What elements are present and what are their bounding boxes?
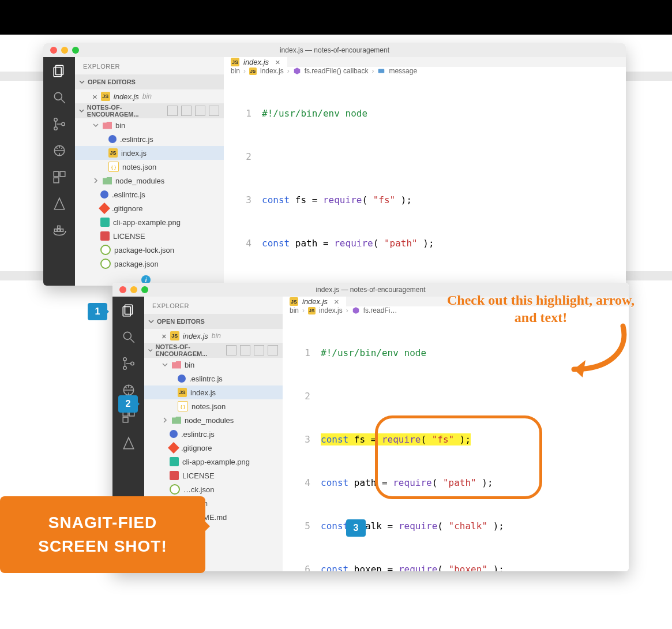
file-notesjson[interactable]: notes.json — [144, 399, 283, 413]
breadcrumb[interactable]: bin› JSindex.js› fs.readFile() callback›… — [224, 67, 626, 75]
search-icon[interactable] — [121, 329, 137, 345]
file-indexjs[interactable]: JSindex.js — [75, 146, 224, 160]
file-eslintrc[interactable]: .eslintrc.js — [144, 372, 283, 385]
editor-area: JS index.js × bin› JSindex.js› fs.readFi… — [224, 57, 626, 286]
svg-point-4 — [54, 127, 57, 130]
refresh-icon[interactable] — [254, 345, 264, 355]
open-editor-item[interactable]: × JS index.js bin — [75, 89, 224, 103]
close-icon[interactable]: × — [275, 57, 280, 67]
file-gitignore[interactable]: .gitignore — [144, 441, 283, 455]
docker-icon[interactable] — [51, 222, 67, 238]
svg-point-20 — [130, 362, 133, 365]
folder-node-modules[interactable]: node_modules — [75, 174, 224, 188]
eslint-icon — [100, 190, 108, 199]
method-icon — [293, 67, 301, 75]
svg-rect-9 — [54, 178, 59, 183]
js-file-icon: JS — [108, 148, 118, 158]
explorer-sidebar: EXPLORER OPEN EDITORS × JS index.js bin … — [75, 57, 224, 286]
file-indexjs[interactable]: JSindex.js — [144, 385, 283, 399]
collapse-icon[interactable] — [209, 106, 219, 116]
folder-bin[interactable]: bin — [144, 358, 283, 372]
explorer-title: EXPLORER — [75, 57, 224, 74]
annotation-highlight-text: Check out this highlight, arrow, and tex… — [447, 291, 635, 326]
svg-rect-11 — [57, 229, 59, 231]
debug-icon[interactable] — [51, 143, 67, 159]
file-pkglock[interactable]: package-lock.json — [75, 243, 224, 257]
file-eslintrc[interactable]: .eslintrc.js — [75, 132, 224, 146]
chevron-down-icon — [78, 107, 85, 114]
file-license[interactable]: LICENSE — [144, 469, 283, 482]
folder-node-modules[interactable]: node_modules — [144, 413, 283, 427]
annotation-snagit-box: Snagit-fied screen shot! — [0, 496, 205, 573]
close-icon[interactable]: × — [92, 92, 97, 102]
git-icon — [168, 442, 179, 454]
chevron-right-icon — [92, 177, 99, 184]
folder-icon — [103, 177, 112, 185]
file-license[interactable]: LICENSE — [75, 229, 224, 243]
js-file-icon: JS — [101, 92, 110, 101]
chevron-down-icon — [148, 347, 153, 354]
svg-point-19 — [123, 366, 126, 369]
project-header[interactable]: NOTES-OF-ENCOURAGEM... — [75, 103, 224, 118]
file-eslintrc-root[interactable]: .eslintrc.js — [144, 427, 283, 441]
npm-icon — [100, 245, 111, 255]
titlebar: index.js — notes-of-encouragement — [43, 43, 626, 57]
file-eslintrc-root[interactable]: .eslintrc.js — [75, 188, 224, 201]
tab-indexjs[interactable]: JS index.js × — [283, 297, 346, 306]
svg-point-17 — [123, 332, 131, 339]
tab-indexjs[interactable]: JS index.js × — [224, 57, 287, 67]
close-icon[interactable]: × — [334, 297, 339, 306]
tab-bar: JS index.js × — [224, 57, 626, 67]
open-editors-header[interactable]: OPEN EDITORS — [75, 74, 224, 89]
close-icon[interactable]: × — [162, 331, 167, 341]
new-file-icon[interactable] — [226, 345, 236, 355]
window-title: index.js — notes-of-encouragement — [43, 46, 626, 54]
new-file-icon[interactable] — [167, 106, 178, 116]
activity-bar — [43, 57, 75, 286]
page-black-header — [0, 0, 672, 35]
new-folder-icon[interactable] — [181, 106, 192, 116]
extensions-icon[interactable] — [51, 169, 67, 185]
svg-point-2 — [54, 92, 62, 100]
file-cliimg[interactable]: cli-app-example.png — [75, 215, 224, 229]
chevron-down-icon — [162, 361, 168, 368]
variable-icon — [377, 67, 385, 75]
image-file-icon — [100, 218, 110, 227]
chevron-right-icon — [162, 417, 168, 424]
explorer-title: EXPLORER — [144, 297, 283, 314]
image-file-icon — [170, 457, 179, 466]
explorer-icon[interactable] — [51, 63, 67, 79]
refresh-icon[interactable] — [195, 106, 205, 116]
folder-bin[interactable]: bin — [75, 118, 224, 132]
new-folder-icon[interactable] — [240, 345, 250, 355]
highlight-ring — [375, 415, 542, 499]
source-control-icon[interactable] — [121, 355, 137, 372]
file-notesjson[interactable]: notes.json — [75, 160, 224, 174]
file-pkg[interactable]: package.json — [75, 257, 224, 271]
file-cliimg[interactable]: cli-app-example.png — [144, 455, 283, 469]
code-editor[interactable]: 1#!/usr/bin/env node 2 3const fs = requi… — [224, 75, 626, 286]
file-gitignore[interactable]: .gitignore — [75, 201, 224, 215]
azure-icon[interactable] — [121, 435, 137, 451]
open-editors-header[interactable]: OPEN EDITORS — [144, 314, 283, 329]
folder-icon — [103, 122, 112, 129]
explorer-toolbar — [226, 345, 283, 355]
eslint-icon — [178, 375, 186, 383]
collapse-icon[interactable] — [268, 345, 278, 355]
open-editor-item[interactable]: × JS index.js bin — [144, 329, 283, 343]
azure-icon[interactable] — [51, 196, 67, 212]
chevron-down-icon — [78, 78, 85, 85]
file-truncated[interactable]: …ck.json — [144, 482, 283, 496]
source-control-icon[interactable] — [51, 116, 67, 132]
callout-2: 2 — [118, 395, 138, 413]
explorer-icon[interactable] — [121, 302, 137, 319]
svg-rect-12 — [61, 229, 63, 231]
cert-icon — [170, 471, 179, 480]
search-icon[interactable] — [51, 89, 67, 106]
svg-rect-10 — [54, 229, 57, 231]
svg-rect-24 — [123, 417, 128, 422]
chevron-down-icon — [148, 318, 155, 325]
eslint-icon — [108, 135, 117, 143]
project-header[interactable]: NOTES-OF-ENCOURAGEM... — [144, 343, 283, 358]
git-icon — [99, 203, 110, 214]
